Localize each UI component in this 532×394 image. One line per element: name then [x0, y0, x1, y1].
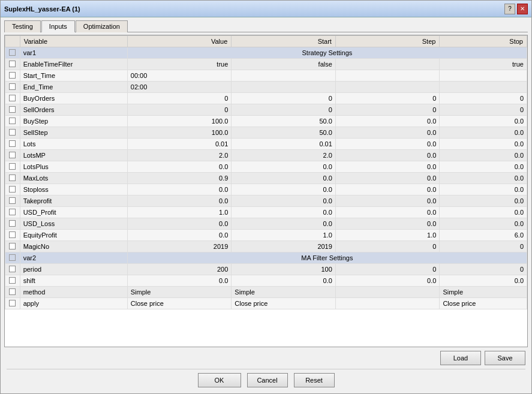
checkbox-icon[interactable] [9, 83, 16, 90]
row-step: 0.0 [335, 161, 440, 173]
checkbox-icon[interactable] [9, 243, 16, 249]
checkbox-icon[interactable] [9, 254, 16, 261]
row-stop: Simple [440, 287, 527, 298]
row-stop: 0.0 [440, 207, 527, 218]
row-step: 0.0 [335, 196, 440, 207]
row-check [5, 287, 20, 298]
load-save-row: Load Save [7, 351, 525, 365]
row-step: 0 [335, 93, 440, 104]
checkbox-icon[interactable] [9, 175, 16, 181]
close-button[interactable]: ✕ [517, 4, 528, 14]
save-button[interactable]: Save [485, 351, 525, 365]
row-start: Close price [232, 298, 336, 309]
row-start: false [232, 59, 336, 70]
row-stop: 0.0 [440, 184, 527, 196]
row-stop [440, 70, 527, 82]
checkbox-icon[interactable] [9, 288, 16, 295]
checkbox-icon[interactable] [9, 209, 16, 215]
checkbox-icon[interactable] [9, 95, 16, 101]
row-stop: 0 [440, 93, 527, 104]
row-check [5, 139, 20, 150]
load-button[interactable]: Load [440, 351, 481, 365]
row-variable: SellStep [20, 127, 127, 139]
help-button[interactable]: ? [504, 4, 515, 14]
row-variable: apply [20, 298, 127, 309]
tab-testing[interactable]: Testing [4, 20, 41, 32]
row-check [5, 218, 20, 230]
checkbox-icon[interactable] [9, 197, 16, 204]
row-step: 0.0 [335, 275, 440, 287]
row-step: 0.0 [335, 127, 440, 139]
row-step: 0.0 [335, 139, 440, 150]
row-value: 0 [127, 93, 232, 104]
row-check [5, 93, 20, 104]
row-stop: 0.0 [440, 218, 527, 230]
row-start: 1.0 [232, 230, 336, 241]
checkbox-icon[interactable] [9, 140, 16, 147]
row-variable: shift [20, 275, 127, 287]
row-start: 2019 [232, 241, 336, 252]
checkbox-icon[interactable] [9, 231, 16, 238]
row-variable: LotsPlus [20, 161, 127, 173]
checkbox-icon[interactable] [9, 277, 16, 284]
checkbox-icon[interactable] [9, 266, 16, 272]
row-stop: 0 [440, 241, 527, 252]
row-stop: 0.0 [440, 275, 527, 287]
checkbox-icon[interactable] [9, 300, 16, 306]
row-step [335, 298, 440, 309]
row-value: true [127, 59, 232, 70]
row-stop: 0.0 [440, 150, 527, 161]
checkbox-icon[interactable] [9, 72, 16, 79]
col-variable: Variable [20, 36, 127, 47]
row-step: 0.0 [335, 150, 440, 161]
ok-button[interactable]: OK [198, 373, 241, 387]
row-value: 0 [127, 104, 232, 116]
tab-optimization[interactable]: Optimization [76, 20, 128, 32]
checkbox-icon[interactable] [9, 186, 16, 193]
tab-inputs[interactable]: Inputs [41, 20, 75, 32]
row-start: 0.0 [232, 218, 336, 230]
row-check [5, 230, 20, 241]
row-start: Simple [232, 287, 336, 298]
row-value: 2.0 [127, 150, 232, 161]
row-variable: Start_Time [20, 70, 127, 82]
row-check [5, 184, 20, 196]
checkbox-icon[interactable] [9, 49, 16, 56]
row-start: 0.0 [232, 196, 336, 207]
row-check [5, 150, 20, 161]
row-step: 0 [335, 104, 440, 116]
row-variable: MagicNo [20, 241, 127, 252]
row-check [5, 161, 20, 173]
reset-button[interactable]: Reset [294, 373, 335, 387]
row-value: 200 [127, 264, 232, 275]
row-variable: BuyOrders [20, 93, 127, 104]
row-step [335, 287, 440, 298]
checkbox-icon[interactable] [9, 163, 16, 170]
row-check [5, 116, 20, 127]
row-value: 0.0 [127, 184, 232, 196]
row-stop: 0.0 [440, 196, 527, 207]
row-variable: MaxLots [20, 173, 127, 184]
col-start: Start [232, 36, 336, 47]
checkbox-icon[interactable] [9, 220, 16, 227]
checkbox-icon[interactable] [9, 106, 16, 113]
row-step: 0.0 [335, 116, 440, 127]
row-value: 1.0 [127, 207, 232, 218]
row-step: 0 [335, 241, 440, 252]
checkbox-icon[interactable] [9, 118, 16, 124]
row-start: 0.01 [232, 139, 336, 150]
row-variable: LotsMP [20, 150, 127, 161]
row-stop [440, 82, 527, 93]
row-stop: 0.0 [440, 116, 527, 127]
cancel-button[interactable]: Cancel [247, 373, 288, 387]
checkbox-icon[interactable] [9, 152, 16, 158]
row-variable: Stoploss [20, 184, 127, 196]
checkbox-icon[interactable] [9, 129, 16, 136]
row-stop: 0 [440, 264, 527, 275]
checkbox-icon[interactable] [9, 61, 16, 67]
row-variable: method [20, 287, 127, 298]
row-step [335, 59, 440, 70]
row-step: 1.0 [335, 230, 440, 241]
row-value: Close price [127, 298, 232, 309]
row-value: 2019 [127, 241, 232, 252]
